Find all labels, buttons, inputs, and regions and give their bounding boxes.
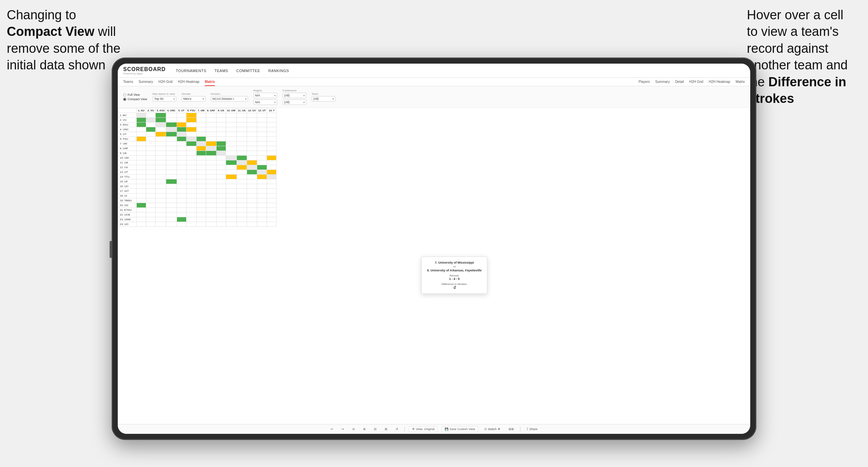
matrix-cell[interactable] — [137, 179, 146, 184]
matrix-cell[interactable] — [216, 160, 226, 165]
matrix-cell[interactable] — [237, 203, 247, 208]
matrix-cell[interactable] — [257, 151, 267, 156]
matrix-cell[interactable] — [177, 194, 186, 198]
matrix-cell[interactable] — [206, 160, 216, 165]
matrix-cell[interactable] — [237, 184, 247, 189]
matrix-cell[interactable] — [257, 123, 267, 127]
matrix-cell[interactable] — [156, 146, 166, 151]
matrix-cell[interactable] — [177, 213, 186, 217]
matrix-cell[interactable] — [206, 213, 216, 217]
matrix-cell[interactable] — [247, 194, 257, 198]
nav-teams[interactable]: TEAMS — [215, 69, 228, 73]
matrix-cell[interactable] — [196, 118, 206, 123]
matrix-cell[interactable] — [166, 194, 177, 198]
matrix-cell[interactable] — [177, 160, 186, 165]
matrix-cell[interactable] — [156, 165, 166, 170]
matrix-cell[interactable] — [257, 160, 267, 165]
matrix-cell[interactable] — [166, 203, 177, 208]
matrix-cell[interactable] — [146, 118, 156, 123]
matrix-cell[interactable] — [146, 198, 156, 203]
matrix-cell[interactable] — [216, 170, 226, 175]
matrix-cell[interactable] — [237, 170, 247, 175]
matrix-cell[interactable] — [156, 217, 166, 222]
matrix-cell[interactable] — [196, 137, 206, 141]
matrix-cell[interactable] — [226, 189, 237, 194]
matrix-cell[interactable] — [166, 165, 177, 170]
matrix-cell[interactable] — [166, 160, 177, 165]
matrix-cell[interactable] — [247, 160, 257, 165]
matrix-cell[interactable] — [166, 217, 177, 222]
matrix-cell[interactable] — [156, 170, 166, 175]
matrix-cell[interactable] — [137, 222, 146, 227]
matrix-cell[interactable] — [267, 198, 276, 203]
matrix-cell[interactable] — [247, 179, 257, 184]
matrix-cell[interactable] — [137, 198, 146, 203]
matrix-cell[interactable] — [196, 146, 206, 151]
matrix-cell[interactable] — [247, 113, 257, 118]
matrix-cell[interactable] — [156, 194, 166, 198]
matrix-cell[interactable] — [177, 146, 186, 151]
matrix-cell[interactable] — [196, 151, 206, 156]
matrix-cell[interactable] — [226, 179, 237, 184]
matrix-cell[interactable] — [196, 213, 206, 217]
matrix-cell[interactable] — [156, 156, 166, 160]
matrix-cell[interactable] — [237, 189, 247, 194]
matrix-cell[interactable] — [226, 132, 237, 137]
matrix-cell[interactable] — [146, 208, 156, 213]
matrix-cell[interactable] — [216, 127, 226, 132]
matrix-cell[interactable] — [196, 175, 206, 179]
matrix-cell[interactable] — [267, 132, 276, 137]
matrix-cell[interactable] — [237, 222, 247, 227]
team-select[interactable]: (All) — [312, 96, 335, 102]
matrix-cell[interactable] — [186, 222, 196, 227]
matrix-cell[interactable] — [247, 184, 257, 189]
matrix-cell[interactable] — [216, 213, 226, 217]
matrix-cell[interactable] — [226, 222, 237, 227]
matrix-cell[interactable] — [166, 179, 177, 184]
matrix-cell[interactable] — [237, 146, 247, 151]
matrix-cell[interactable] — [247, 222, 257, 227]
matrix-cell[interactable] — [247, 203, 257, 208]
matrix-cell[interactable] — [177, 132, 186, 137]
matrix-cell[interactable] — [186, 194, 196, 198]
subnav-matrix-r[interactable]: Matrix — [736, 80, 745, 86]
toolbar-icon-3[interactable]: ⊟ — [372, 426, 379, 432]
matrix-cell[interactable] — [267, 179, 276, 184]
matrix-cell[interactable] — [177, 123, 186, 127]
matrix-cell[interactable] — [137, 137, 146, 141]
matrix-cell[interactable] — [196, 208, 206, 213]
matrix-cell[interactable] — [247, 170, 257, 175]
matrix-cell[interactable] — [226, 151, 237, 156]
matrix-cell[interactable] — [237, 179, 247, 184]
matrix-cell[interactable] — [247, 137, 257, 141]
matrix-cell[interactable] — [247, 127, 257, 132]
matrix-cell[interactable] — [137, 184, 146, 189]
matrix-cell[interactable] — [267, 175, 276, 179]
matrix-cell[interactable] — [146, 213, 156, 217]
matrix-cell[interactable] — [137, 189, 146, 194]
matrix-cell[interactable] — [166, 213, 177, 217]
matrix-cell[interactable] — [196, 198, 206, 203]
matrix-cell[interactable] — [237, 208, 247, 213]
matrix-cell[interactable] — [247, 213, 257, 217]
matrix-cell[interactable] — [137, 118, 146, 123]
matrix-cell[interactable] — [156, 203, 166, 208]
redo-button[interactable]: ↪ — [339, 426, 346, 432]
matrix-cell[interactable] — [137, 170, 146, 175]
matrix-cell[interactable] — [247, 189, 257, 194]
matrix-cell[interactable] — [156, 123, 166, 127]
matrix-cell[interactable] — [146, 165, 156, 170]
matrix-cell[interactable] — [166, 132, 177, 137]
matrix-cell[interactable] — [206, 151, 216, 156]
matrix-cell[interactable] — [146, 113, 156, 118]
matrix-cell[interactable] — [226, 203, 237, 208]
matrix-cell[interactable] — [186, 175, 196, 179]
subnav-detail[interactable]: Detail — [675, 80, 684, 86]
matrix-cell[interactable] — [226, 175, 237, 179]
matrix-cell[interactable] — [267, 184, 276, 189]
matrix-cell[interactable] — [177, 113, 186, 118]
matrix-cell[interactable] — [267, 156, 276, 160]
matrix-cell[interactable] — [177, 170, 186, 175]
toolbar-icon-5[interactable]: ↺ — [394, 426, 400, 432]
matrix-cell[interactable] — [186, 146, 196, 151]
